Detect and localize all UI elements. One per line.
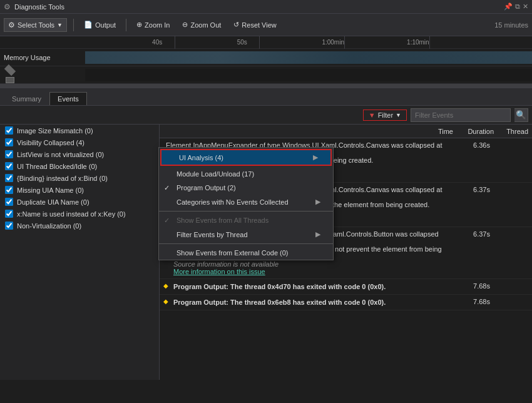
event-row-5[interactable]: ◆ Program Output: The thread 0x6eb8 has … xyxy=(160,295,532,310)
dropdown-item-ui-analysis-label: UI Analysis (4) xyxy=(179,154,223,161)
tick-50s: 50s xyxy=(237,39,247,46)
dropdown-item-no-events-label: Categories with No Events Collected xyxy=(176,198,289,206)
event-5-text: Program Output: The thread 0x6eb8 has ex… xyxy=(173,298,386,306)
dropdown-item-module-load-label: Module Load/Unload (17) xyxy=(176,170,254,178)
event-1-meta: 6.36s xyxy=(449,140,528,149)
tab-events[interactable]: Events xyxy=(49,92,87,105)
dropdown-item-filter-by-thread[interactable]: Filter Events by Thread ▶ xyxy=(159,227,333,242)
toolbar-separator-2 xyxy=(126,19,126,31)
event-4-content: Program Output: The thread 0x4d70 has ex… xyxy=(171,281,447,292)
event-3-duration: 6.37s xyxy=(449,230,490,238)
memory-usage-label: Memory Usage xyxy=(4,54,85,61)
event-3-more-info[interactable]: More information on this issue xyxy=(173,268,265,275)
dropdown-arrow-ui-analysis: ▶ xyxy=(313,153,318,161)
settings-icon: ⚙ xyxy=(4,3,11,11)
tick-1min: 1:00min xyxy=(322,39,344,46)
event-4-text: Program Output: The thread 0x4d70 has ex… xyxy=(173,283,386,290)
timeline-row2-content xyxy=(85,69,532,81)
sidebar-checkbox-xname[interactable] xyxy=(5,210,13,218)
select-tools-button[interactable]: ⚙ Select Tools ▼ xyxy=(4,18,67,32)
reset-view-button[interactable]: ↺ Reset View xyxy=(230,19,280,31)
dropdown-checkmark-show-all: ✓ xyxy=(164,217,170,225)
dropdown-checkmark-program-output: ✓ xyxy=(164,184,170,192)
sidebar-item-visibility-collapsed[interactable]: Visibility Collapsed (4) xyxy=(0,136,159,148)
sidebar-item-binding[interactable]: {Binding} instead of x:Bind (0) xyxy=(0,172,159,184)
event-2-duration: 6.37s xyxy=(449,186,490,193)
zoom-out-button[interactable]: ⊖ Zoom Out xyxy=(178,19,225,31)
search-icon: 🔍 xyxy=(516,110,526,120)
title-bar: ⚙ Diagnostic Tools 📌 ⧉ ✕ xyxy=(0,0,532,14)
sidebar-checkbox-image-size[interactable] xyxy=(5,126,13,135)
dropdown-item-program-output-label: Program Output (2) xyxy=(176,184,236,191)
dropdown-item-external-code[interactable]: Show Events from External Code (0) xyxy=(159,246,333,260)
zoom-in-button[interactable]: ⊕ Zoom In xyxy=(133,19,173,31)
memory-timeline xyxy=(85,51,532,64)
event-4-meta: 7.68s xyxy=(449,281,528,290)
dropdown-arrow-icon: ▼ xyxy=(57,22,63,28)
event-2-meta: 6.37s xyxy=(449,185,528,193)
left-sidebar: Image Size Mismatch (0) Visibility Colla… xyxy=(0,125,160,380)
col-header-thread: Thread xyxy=(498,128,532,135)
title-bar-title: Diagnostic Tools xyxy=(14,3,64,11)
column-headers: Time Duration Thread xyxy=(160,125,532,138)
toolbar-separator-1 xyxy=(73,19,74,31)
timeline-wrapper: 40s 50s 1:00min 1:10min Memory Usage xyxy=(0,36,532,88)
event-5-meta: 7.68s xyxy=(449,297,528,305)
filter-dropdown-menu: UI Analysis (4) ▶ Module Load/Unload (17… xyxy=(158,147,334,260)
timeline-memory-row: Memory Usage xyxy=(0,49,532,66)
title-bar-icons: 📌 ⧉ ✕ xyxy=(504,3,528,11)
sidebar-item-non-virt[interactable]: Non-Virtualization (0) xyxy=(0,220,159,232)
filter-dropdown-arrow: ▼ xyxy=(396,112,401,118)
dropdown-item-program-output[interactable]: ✓ Program Output (2) xyxy=(159,181,333,195)
dropdown-arrow-no-events: ▶ xyxy=(315,198,320,206)
dropdown-item-external-code-label: Show Events from External Code (0) xyxy=(176,249,289,257)
close-icon[interactable]: ✕ xyxy=(523,3,528,11)
dropdown-separator-1 xyxy=(159,211,333,212)
dropdown-ui-analysis-highlight: UI Analysis (4) ▶ xyxy=(160,149,332,166)
output-icon: 📄 xyxy=(84,21,93,29)
sidebar-item-duplicate-uia[interactable]: Duplicate UIA Name (0) xyxy=(0,196,159,208)
toolbar: ⚙ Select Tools ▼ 📄 Output ⊕ Zoom In ⊖ Zo… xyxy=(0,14,532,36)
sidebar-checkbox-visibility-collapsed[interactable] xyxy=(5,138,13,146)
sidebar-checkbox-missing-uia[interactable] xyxy=(5,186,13,194)
event-5-duration: 7.68s xyxy=(449,298,490,305)
dropdown-separator-2 xyxy=(159,243,333,244)
zoom-out-icon: ⊖ xyxy=(182,21,188,29)
sidebar-item-image-size[interactable]: Image Size Mismatch (0) xyxy=(0,125,159,136)
event-row-4[interactable]: ◆ Program Output: The thread 0x4d70 has … xyxy=(160,279,532,295)
sidebar-checkbox-duplicate-uia[interactable] xyxy=(5,198,13,206)
sidebar-item-ui-thread[interactable]: UI Thread Blocked/Idle (0) xyxy=(0,160,159,172)
sidebar-checkbox-listview[interactable] xyxy=(5,150,13,158)
timeline-row2-spacer xyxy=(4,66,85,84)
title-bar-left: ⚙ Diagnostic Tools xyxy=(4,3,64,11)
output-button[interactable]: 📄 Output xyxy=(80,19,120,31)
sidebar-item-listview[interactable]: ListView is not virtualized (0) xyxy=(0,148,159,160)
dropdown-item-no-events[interactable]: Categories with No Events Collected ▶ xyxy=(159,195,333,209)
dropdown-item-filter-by-thread-label: Filter Events by Thread xyxy=(176,231,248,238)
float-icon[interactable]: ⧉ xyxy=(515,3,520,11)
sidebar-item-missing-uia[interactable]: Missing UIA Name (0) xyxy=(0,184,159,196)
sidebar-checkbox-non-virt[interactable] xyxy=(5,222,13,230)
tabs-bar: Summary Events xyxy=(0,88,532,106)
sidebar-item-xname[interactable]: x:Name is used instead of x:Key (0) xyxy=(0,208,159,220)
dropdown-item-ui-analysis[interactable]: UI Analysis (4) ▶ xyxy=(161,150,330,165)
zoom-in-icon: ⊕ xyxy=(136,21,142,29)
col-header-time: Time xyxy=(426,128,457,135)
pin-icon[interactable]: 📌 xyxy=(504,3,513,11)
sidebar-checkbox-binding[interactable] xyxy=(5,174,13,182)
tab-summary[interactable]: Summary xyxy=(4,92,49,105)
dropdown-item-module-load[interactable]: Module Load/Unload (17) xyxy=(159,167,333,181)
sidebar-checkbox-ui-thread[interactable] xyxy=(5,162,13,170)
event-5-content: Program Output: The thread 0x6eb8 has ex… xyxy=(171,297,447,308)
event-1-duration: 6.36s xyxy=(449,141,490,149)
filter-button[interactable]: ▼ Filter ▼ xyxy=(363,110,407,121)
time-label: 15 minutes xyxy=(494,21,528,29)
search-button[interactable]: 🔍 xyxy=(514,108,528,122)
filter-events-input[interactable] xyxy=(411,108,511,122)
tick-40s: 40s xyxy=(152,39,162,46)
event-3-meta: 6.37s xyxy=(449,229,528,238)
event-5-diamond: ◆ xyxy=(163,298,168,305)
timeline-scrollbar[interactable] xyxy=(0,84,532,88)
dropdown-item-show-all-label: Show Events from All Threads xyxy=(176,217,269,224)
dropdown-item-show-all-threads[interactable]: ✓ Show Events from All Threads xyxy=(159,213,333,227)
